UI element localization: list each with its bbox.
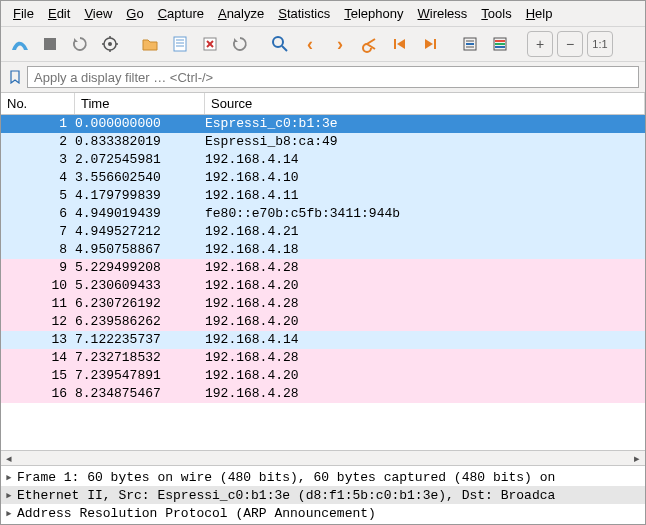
close-file-button[interactable] [197,31,223,57]
auto-scroll-button[interactable] [457,31,483,57]
cell-source: Espressi_c0:b1:3e [205,115,645,133]
cell-no: 16 [1,385,75,403]
cell-no: 7 [1,223,75,241]
packet-list-header: No. Time Source [1,93,645,115]
svg-line-15 [282,46,287,51]
bookmark-icon[interactable] [7,69,23,85]
cell-no: 4 [1,169,75,187]
cell-source: 192.168.4.21 [205,223,645,241]
cell-time: 5.230609433 [75,277,205,295]
column-header-no[interactable]: No. [1,93,75,114]
menu-edit[interactable]: Edit [42,4,76,23]
cell-time: 7.122235737 [75,331,205,349]
cell-no: 11 [1,295,75,313]
packet-row[interactable]: 105.230609433192.168.4.20 [1,277,645,295]
packet-row[interactable]: 168.234875467192.168.4.28 [1,385,645,403]
zoom-out-button[interactable]: − [557,31,583,57]
menu-capture[interactable]: Capture [152,4,210,23]
reload-button[interactable] [227,31,253,57]
shark-fin-icon[interactable] [7,31,33,57]
save-file-button[interactable] [167,31,193,57]
menu-go[interactable]: Go [120,4,149,23]
cell-source: 192.168.4.28 [205,349,645,367]
menu-help[interactable]: Help [520,4,559,23]
cell-time: 5.229499208 [75,259,205,277]
capture-options-button[interactable] [97,31,123,57]
cell-source: fe80::e70b:c5fb:3411:944b [205,205,645,223]
cell-source: 192.168.4.28 [205,259,645,277]
cell-no: 14 [1,349,75,367]
go-last-button[interactable] [417,31,443,57]
detail-text: Ethernet II, Src: Espressi_c0:b1:3e (d8:… [17,488,555,503]
packet-row[interactable]: 10.000000000Espressi_c0:b1:3e [1,115,645,133]
svg-rect-25 [495,46,505,48]
menu-file[interactable]: File [7,4,40,23]
cell-time: 6.239586262 [75,313,205,331]
cell-time: 7.239547891 [75,367,205,385]
cell-no: 13 [1,331,75,349]
packet-row[interactable]: 157.239547891192.168.4.20 [1,367,645,385]
cell-source: Espressi_b8:ca:49 [205,133,645,151]
packet-list[interactable]: 10.000000000Espressi_c0:b1:3e20.83338201… [1,115,645,450]
menu-tools[interactable]: Tools [475,4,517,23]
cell-no: 1 [1,115,75,133]
cell-no: 3 [1,151,75,169]
detail-row[interactable]: ▸Frame 1: 60 bytes on wire (480 bits), 6… [1,468,645,486]
packet-row[interactable]: 20.833382019Espressi_b8:ca:49 [1,133,645,151]
cell-no: 8 [1,241,75,259]
svg-rect-0 [44,38,56,50]
stop-capture-button[interactable] [37,31,63,57]
cell-time: 7.232718532 [75,349,205,367]
restart-capture-button[interactable] [67,31,93,57]
go-first-button[interactable] [387,31,413,57]
packet-row[interactable]: 95.229499208192.168.4.28 [1,259,645,277]
menu-view[interactable]: View [78,4,118,23]
cell-time: 0.000000000 [75,115,205,133]
open-file-button[interactable] [137,31,163,57]
scroll-left-icon[interactable]: ◂ [1,450,17,466]
main-toolbar: ‹ › + − 1:1 [1,27,645,62]
packet-row[interactable]: 116.230726192192.168.4.28 [1,295,645,313]
menu-statistics[interactable]: Statistics [272,4,336,23]
svg-rect-24 [495,43,505,45]
packet-row[interactable]: 147.232718532192.168.4.28 [1,349,645,367]
display-filter-input[interactable] [27,66,639,88]
cell-source: 192.168.4.18 [205,241,645,259]
packet-row[interactable]: 74.949527212192.168.4.21 [1,223,645,241]
packet-row[interactable]: 137.122235737192.168.4.14 [1,331,645,349]
column-header-time[interactable]: Time [75,93,205,114]
scroll-right-icon[interactable]: ▸ [629,450,645,466]
cell-time: 3.556602540 [75,169,205,187]
go-back-button[interactable]: ‹ [297,31,323,57]
detail-text: Address Resolution Protocol (ARP Announc… [17,506,376,521]
detail-row[interactable]: ▸Ethernet II, Src: Espressi_c0:b1:3e (d8… [1,486,645,504]
packet-row[interactable]: 54.179799839192.168.4.11 [1,187,645,205]
menu-analyze[interactable]: Analyze [212,4,270,23]
zoom-in-button[interactable]: + [527,31,553,57]
cell-source: 192.168.4.28 [205,385,645,403]
horizontal-scrollbar[interactable]: ◂ ▸ [1,450,645,466]
zoom-reset-button[interactable]: 1:1 [587,31,613,57]
detail-text: Frame 1: 60 bytes on wire (480 bits), 60… [17,470,555,485]
expand-icon[interactable]: ▸ [5,487,17,503]
jump-to-button[interactable] [357,31,383,57]
menubar: FileEditViewGoCaptureAnalyzeStatisticsTe… [1,1,645,27]
expand-icon[interactable]: ▸ [5,469,17,485]
go-forward-button[interactable]: › [327,31,353,57]
packet-row[interactable]: 32.072545981192.168.4.14 [1,151,645,169]
expand-icon[interactable]: ▸ [5,505,17,521]
column-header-source[interactable]: Source [205,93,645,114]
detail-row[interactable]: ▸Address Resolution Protocol (ARP Announ… [1,504,645,522]
packet-row[interactable]: 84.950758867192.168.4.18 [1,241,645,259]
cell-time: 4.949019439 [75,205,205,223]
packet-row[interactable]: 126.239586262192.168.4.20 [1,313,645,331]
menu-wireless[interactable]: Wireless [412,4,474,23]
packet-details[interactable]: ▸Frame 1: 60 bytes on wire (480 bits), 6… [1,466,645,524]
colorize-button[interactable] [487,31,513,57]
find-button[interactable] [267,31,293,57]
cell-time: 2.072545981 [75,151,205,169]
packet-row[interactable]: 43.556602540192.168.4.10 [1,169,645,187]
cell-time: 4.179799839 [75,187,205,205]
packet-row[interactable]: 64.949019439fe80::e70b:c5fb:3411:944b [1,205,645,223]
menu-telephony[interactable]: Telephony [338,4,409,23]
